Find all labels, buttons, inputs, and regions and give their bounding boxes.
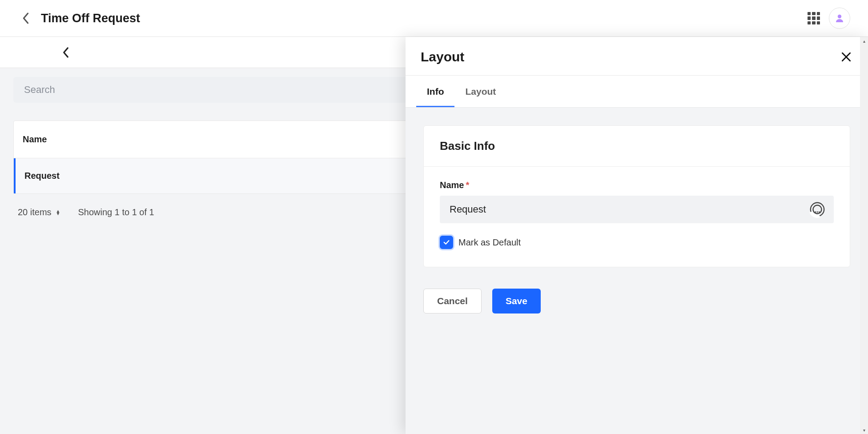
pager-status: Showing 1 to 1 of 1	[78, 207, 154, 217]
card-title: Basic Info	[424, 126, 850, 167]
close-icon	[840, 51, 852, 63]
svg-point-3	[815, 211, 816, 213]
basic-info-card: Basic Info Name *	[423, 125, 850, 267]
chevron-left-icon	[22, 12, 30, 24]
topbar-actions	[808, 8, 850, 29]
svg-point-5	[819, 211, 820, 213]
sub-back-button[interactable]	[58, 44, 74, 60]
panel-actions: Cancel Save	[423, 289, 850, 313]
scroll-up-icon[interactable]: ▴	[860, 37, 868, 45]
page-title: Time Off Request	[41, 12, 140, 25]
page-size-label: 20 items	[18, 207, 52, 217]
tab-info[interactable]: Info	[416, 76, 454, 107]
user-avatar[interactable]	[829, 8, 850, 29]
panel-body: Basic Info Name *	[406, 108, 868, 434]
save-button[interactable]: Save	[492, 289, 541, 313]
chevron-left-icon	[62, 47, 69, 58]
close-button[interactable]	[840, 50, 853, 64]
default-checkbox-label: Mark as Default	[458, 237, 521, 248]
layout-panel: Layout Info Layout Basic Info Name *	[406, 37, 868, 434]
panel-title: Layout	[421, 49, 464, 64]
apps-menu-icon[interactable]	[808, 12, 820, 24]
svg-point-0	[838, 15, 841, 18]
card-body: Name *	[424, 167, 850, 267]
user-icon	[834, 13, 845, 24]
default-checkbox-row: Mark as Default	[440, 236, 834, 249]
check-icon	[442, 238, 450, 246]
scrollbar[interactable]: ▴ ▾	[860, 37, 868, 434]
name-field-label: Name *	[440, 180, 834, 190]
name-input-wrap	[440, 196, 834, 223]
name-input[interactable]	[440, 196, 834, 223]
translate-icon[interactable]	[809, 201, 826, 218]
panel-header: Layout	[406, 37, 868, 75]
scroll-down-icon[interactable]: ▾	[860, 426, 868, 434]
default-checkbox[interactable]	[440, 236, 453, 249]
sort-stepper-icon: ▲▼	[56, 210, 60, 215]
cancel-button[interactable]: Cancel	[423, 289, 482, 313]
tabs: Info Layout	[406, 75, 868, 108]
topbar: Time Off Request	[0, 0, 868, 37]
required-indicator: *	[466, 180, 469, 190]
back-button[interactable]	[18, 10, 34, 26]
name-label-text: Name	[440, 180, 464, 190]
svg-point-4	[816, 211, 818, 213]
tab-layout[interactable]: Layout	[454, 76, 506, 107]
page-size-selector[interactable]: 20 items ▲▼	[18, 207, 60, 217]
